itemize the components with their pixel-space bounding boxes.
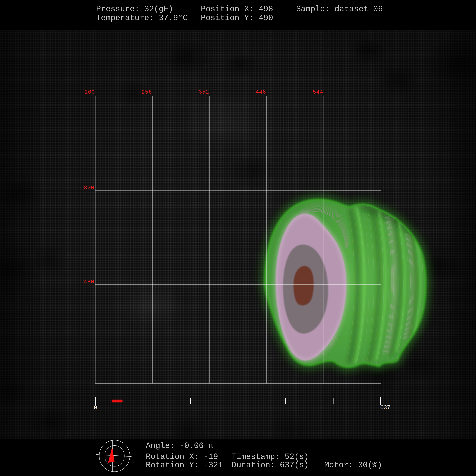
compass-icon [92, 437, 141, 476]
grid-hline [95, 284, 381, 285]
timeline-end-label: 637 [380, 405, 390, 410]
specimen-core [293, 266, 314, 305]
grid-vline [95, 96, 96, 383]
grid-vline [323, 96, 324, 383]
grid-vline [152, 96, 153, 383]
grid-hline [95, 383, 381, 384]
duration-readout: Duration: 637(s) [232, 460, 309, 470]
rotation-y-readout: Rotation Y: -321 [146, 460, 223, 470]
timeline-track[interactable] [95, 401, 381, 401]
rotation-x-readout: Rotation X: -19 [146, 452, 218, 461]
specimen-render [0, 0, 476, 476]
compass-horizontal-axis [96, 455, 132, 457]
position-x-readout: Position X: 498 [201, 4, 273, 14]
grid-hline [95, 96, 381, 96]
x-axis-label: 160 [73, 89, 95, 95]
angle-readout: Angle: -0.06 π [146, 441, 213, 451]
grid-vline [266, 96, 267, 383]
x-axis-label: 256 [130, 89, 152, 95]
compass-needle [108, 447, 115, 463]
timeline-start-label: 0 [94, 405, 97, 410]
y-axis-label: 480 [73, 279, 94, 285]
x-axis-label: 544 [302, 89, 323, 95]
sample-readout: Sample: dataset-06 [296, 4, 383, 14]
compass-outer-ring [99, 440, 130, 472]
grid-vline [209, 96, 210, 383]
position-y-readout: Position Y: 490 [201, 13, 273, 23]
temperature-readout: Temperature: 37.9°C [96, 13, 188, 23]
x-axis-label: 448 [244, 89, 266, 95]
specimen-body-group [266, 200, 425, 370]
grid-vline [381, 96, 381, 383]
telemetry-viewer: { "header": { "pressure": "Pressure: 32(… [0, 0, 476, 476]
pressure-readout: Pressure: 32(gF) [96, 4, 173, 14]
x-axis-label: 352 [187, 89, 209, 95]
grid-hline [95, 190, 381, 190]
timestamp-readout: Timestamp: 52(s) [232, 452, 309, 461]
motor-readout: Motor: 30(%) [324, 460, 382, 470]
y-axis-label: 320 [73, 185, 94, 190]
